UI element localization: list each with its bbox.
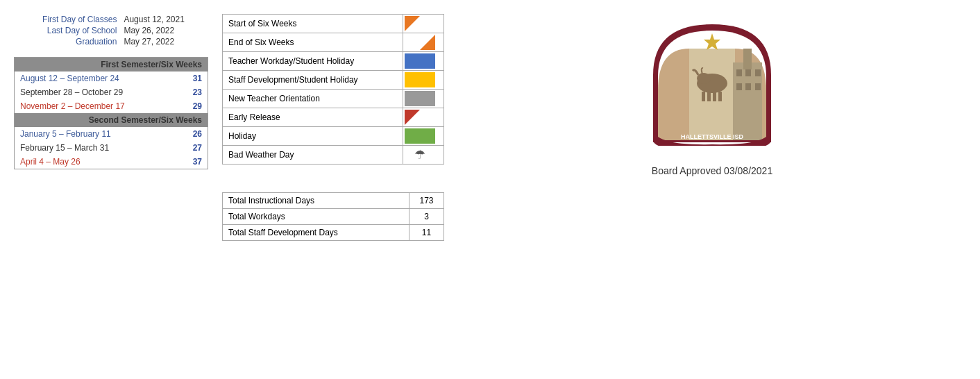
start-six-weeks-icon	[405, 16, 435, 31]
first-day-value: August 12, 2021	[121, 14, 208, 25]
semester-table: First Semester/Six Weeks August 12 – Sep…	[14, 57, 208, 169]
legend-row-end: End of Six Weeks	[223, 33, 444, 52]
svg-rect-8	[718, 92, 722, 101]
legend-new-teacher-icon	[403, 90, 443, 108]
second-sem-row-1-value: 26	[178, 127, 208, 141]
svg-rect-2	[689, 49, 735, 140]
right-panel: HALLETTSVILLE ISD Board Approved 03/08/2…	[458, 14, 966, 365]
totals-row-staff-dev: Total Staff Development Days 11	[223, 225, 444, 241]
legend-start-icon	[403, 15, 443, 33]
legend-early-release-label: Early Release	[223, 108, 403, 127]
umbrella-icon: ☂	[405, 147, 435, 162]
legend-row-bad-weather: Bad Weather Day ☂	[223, 146, 444, 165]
second-sem-row-1: January 5 – February 11 26	[15, 127, 208, 141]
school-name-text: HALLETTSVILLE ISD	[681, 133, 744, 140]
second-sem-row-2: February 15 – March 31 27	[15, 141, 208, 155]
second-sem-row-3: April 4 – May 26 37	[15, 155, 208, 169]
legend-table: Start of Six Weeks End of Six Weeks Teac…	[222, 14, 444, 165]
svg-rect-10	[743, 49, 752, 69]
svg-rect-12	[745, 69, 751, 76]
last-day-value: May 26, 2022	[121, 25, 208, 36]
staff-dev-color	[405, 72, 435, 87]
second-sem-row-3-value: 37	[178, 155, 208, 169]
svg-rect-14	[736, 83, 742, 90]
second-sem-row-2-label: February 15 – March 31	[15, 141, 179, 155]
second-semester-header: Second Semester/Six Weeks	[15, 113, 208, 127]
totals-staff-dev-value: 11	[409, 225, 444, 241]
graduation-label: Graduation	[14, 36, 121, 47]
first-semester-header: First Semester/Six Weeks	[15, 58, 208, 72]
legend-early-release-icon	[403, 108, 443, 127]
legend-holiday-icon	[403, 127, 443, 146]
holiday-color	[405, 128, 435, 144]
totals-row-instructional: Total Instructional Days 173	[223, 193, 444, 209]
school-logo: HALLETTSVILLE ISD	[643, 21, 782, 146]
totals-workdays-value: 3	[409, 209, 444, 225]
left-panel: First Day of Classes August 12, 2021 Las…	[14, 14, 208, 365]
totals-instructional-label: Total Instructional Days	[223, 193, 409, 209]
legend-teacher-workday-icon	[403, 52, 443, 71]
school-logo-svg: HALLETTSVILLE ISD	[643, 21, 782, 146]
legend-staff-dev-icon	[403, 71, 443, 90]
first-sem-row-3-label: November 2 – December 17	[15, 99, 179, 113]
legend-teacher-workday-label: Teacher Workday/Student Holiday	[223, 52, 403, 71]
totals-row-workdays: Total Workdays 3	[223, 209, 444, 225]
legend-bad-weather-label: Bad Weather Day	[223, 146, 403, 165]
svg-rect-13	[755, 69, 761, 76]
legend-bad-weather-icon: ☂	[403, 146, 443, 165]
legend-row-holiday: Holiday	[223, 127, 444, 146]
second-sem-row-1-label: January 5 – February 11	[15, 127, 179, 141]
first-sem-row-2-label: September 28 – October 29	[15, 85, 179, 99]
first-day-label: First Day of Classes	[14, 14, 121, 25]
svg-rect-6	[707, 92, 711, 101]
first-sem-row-1-value: 31	[178, 71, 208, 85]
svg-rect-15	[745, 83, 751, 90]
first-sem-row-3-value: 29	[178, 99, 208, 113]
totals-table: Total Instructional Days 173 Total Workd…	[222, 192, 444, 241]
svg-rect-16	[755, 83, 761, 90]
legend-row-early-release: Early Release	[223, 108, 444, 127]
middle-panel: Start of Six Weeks End of Six Weeks Teac…	[222, 14, 444, 365]
first-sem-row-3: November 2 – December 17 29	[15, 99, 208, 113]
legend-row-start: Start of Six Weeks	[223, 15, 444, 33]
legend-start-label: Start of Six Weeks	[223, 15, 403, 33]
graduation-value: May 27, 2022	[121, 36, 208, 47]
legend-row-new-teacher: New Teacher Orientation	[223, 90, 444, 108]
totals-staff-dev-label: Total Staff Development Days	[223, 225, 409, 241]
svg-rect-5	[702, 92, 705, 101]
legend-end-icon	[403, 33, 443, 52]
end-six-weeks-icon	[405, 35, 435, 50]
second-sem-row-2-value: 27	[178, 141, 208, 155]
legend-row-teacher-workday: Teacher Workday/Student Holiday	[223, 52, 444, 71]
legend-row-staff-dev: Staff Development/Student Holiday	[223, 71, 444, 90]
first-sem-row-1-label: August 12 – September 24	[15, 71, 179, 85]
board-approved-text: Board Approved 03/08/2021	[652, 165, 772, 176]
first-sem-row-2: September 28 – October 29 23	[15, 85, 208, 99]
svg-rect-7	[713, 92, 716, 101]
legend-new-teacher-label: New Teacher Orientation	[223, 90, 403, 108]
new-teacher-color	[405, 91, 435, 106]
early-release-triangle-icon	[405, 110, 435, 125]
last-day-label: Last Day of School	[14, 25, 121, 36]
totals-workdays-label: Total Workdays	[223, 209, 409, 225]
legend-staff-dev-label: Staff Development/Student Holiday	[223, 71, 403, 90]
totals-instructional-value: 173	[409, 193, 444, 209]
first-sem-row-2-value: 23	[178, 85, 208, 99]
legend-holiday-label: Holiday	[223, 127, 403, 146]
first-sem-row-1: August 12 – September 24 31	[15, 71, 208, 85]
second-sem-row-3-label: April 4 – May 26	[15, 155, 179, 169]
svg-rect-11	[736, 69, 742, 76]
legend-end-label: End of Six Weeks	[223, 33, 403, 52]
school-info-table: First Day of Classes August 12, 2021 Las…	[14, 14, 208, 47]
teacher-workday-color	[405, 53, 435, 69]
